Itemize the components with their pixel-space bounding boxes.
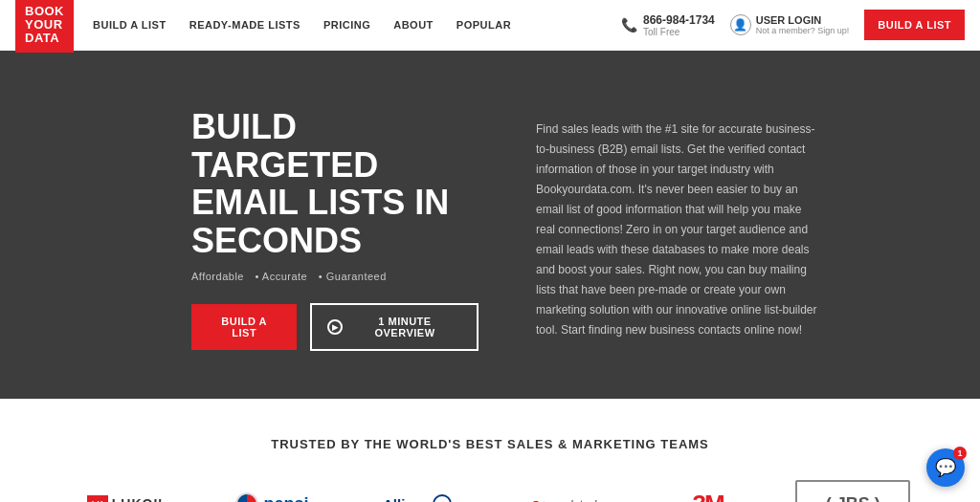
logo-3m: 3M — [650, 480, 765, 502]
trusted-section: TRUSTED BY THE WORLD'S BEST SALES & MARK… — [0, 399, 980, 502]
nav-ready-made-lists[interactable]: READY-MADE LISTS — [189, 19, 301, 31]
chat-badge: 1 — [953, 447, 967, 460]
logo-randstad: 〜 randstad — [505, 480, 620, 502]
hero-description: Find sales leads with the #1 site for ac… — [536, 120, 823, 340]
hero-build-list-button[interactable]: BUILD A LIST — [191, 304, 297, 350]
phone-icon: 📞 — [621, 17, 637, 33]
hero-left: BUILD TARGETED EMAIL LISTS IN SECONDS Af… — [191, 108, 479, 351]
logo-lukoil: LK LUKOIL — [70, 480, 185, 502]
not-member-label: Not a member? Sign up! — [756, 26, 850, 35]
hero-subtitle: Affordable • Accurate • Guaranteed — [191, 271, 479, 282]
pepsi-ball-icon — [235, 492, 258, 502]
logo-jbs: ( JBS ) — [795, 480, 910, 502]
header-right: 📞 866-984-1734 Toll Free 👤 USER LOGIN No… — [621, 10, 965, 40]
nav-pricing[interactable]: PRICING — [323, 19, 370, 31]
user-login-button[interactable]: 👤 USER LOGIN Not a member? Sign up! — [730, 14, 850, 35]
nav-about[interactable]: ABOUT — [393, 19, 434, 31]
main-nav: BUILD A LIST READY-MADE LISTS PRICING AB… — [93, 19, 621, 31]
logos-grid: LK LUKOIL pepsi Allianz ⊕ 〜 randstad 3M — [59, 480, 921, 502]
phone-number: 866-984-1734 — [643, 13, 715, 27]
allianz-icon: ⊕ — [433, 494, 452, 502]
toll-free-label: Toll Free — [643, 27, 715, 37]
header-build-list-button[interactable]: BUILD A LIST — [864, 10, 965, 40]
user-icon: 👤 — [730, 14, 751, 35]
subtitle-affordable: Affordable — [191, 271, 244, 282]
chat-icon: 💬 — [935, 457, 956, 478]
logo-allianz: Allianz ⊕ — [360, 480, 475, 502]
hero-overview-button[interactable]: ▶ 1 MINUTE OVERVIEW — [310, 303, 479, 351]
nav-popular[interactable]: POPULAR — [457, 19, 511, 31]
subtitle-accurate: Accurate — [262, 271, 307, 282]
subtitle-guaranteed: Guaranteed — [326, 271, 387, 282]
chat-bubble-button[interactable]: 💬 1 — [926, 448, 965, 487]
hero-buttons: BUILD A LIST ▶ 1 MINUTE OVERVIEW — [191, 303, 479, 351]
logo-pepsi: pepsi — [214, 480, 329, 502]
site-logo[interactable]: BOOK YOUR DATA — [15, 0, 74, 53]
trusted-title: TRUSTED BY THE WORLD'S BEST SALES & MARK… — [19, 437, 961, 451]
play-icon: ▶ — [327, 319, 343, 335]
hero-title: BUILD TARGETED EMAIL LISTS IN SECONDS — [191, 108, 479, 259]
login-label: USER LOGIN — [756, 14, 850, 26]
hero-section: BUILD TARGETED EMAIL LISTS IN SECONDS Af… — [0, 51, 980, 399]
phone-block: 📞 866-984-1734 Toll Free — [621, 13, 715, 37]
nav-build-a-list[interactable]: BUILD A LIST — [93, 19, 167, 31]
